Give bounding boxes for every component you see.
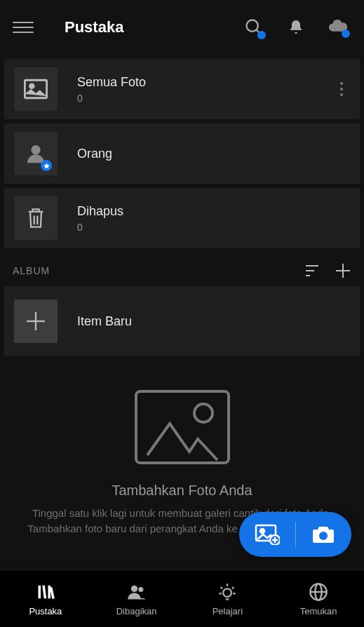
item-title: Item Baru <box>77 314 132 329</box>
placeholder-image-icon <box>133 389 231 466</box>
image-icon <box>14 67 58 111</box>
nav-label: Pelajari <box>213 606 243 616</box>
nav-label: Pustaka <box>29 606 62 616</box>
library-icon <box>36 582 55 602</box>
item-count: 0 <box>77 93 333 104</box>
deleted-item[interactable]: Dihapus 0 <box>4 188 360 248</box>
trash-icon <box>14 196 58 240</box>
nav-discover[interactable]: Temukan <box>273 571 364 627</box>
people-icon <box>127 582 147 602</box>
camera-button[interactable] <box>296 512 352 557</box>
all-photos-item[interactable]: Semua Foto 0 <box>4 59 360 119</box>
page-title: Pustaka <box>65 18 235 36</box>
svg-line-27 <box>232 587 234 588</box>
sort-icon[interactable] <box>305 262 322 279</box>
nav-label: Dibagikan <box>116 606 157 616</box>
app-header: Pustaka <box>0 0 364 55</box>
add-album-icon[interactable] <box>335 262 351 279</box>
item-title: Orang <box>77 147 350 161</box>
nav-library[interactable]: Pustaka <box>0 571 91 627</box>
item-title: Dihapus <box>77 204 350 219</box>
svg-point-0 <box>247 20 258 32</box>
svg-point-17 <box>260 529 264 533</box>
search-icon[interactable] <box>243 17 264 38</box>
svg-point-21 <box>319 532 328 540</box>
svg-point-4 <box>31 145 40 154</box>
svg-point-23 <box>138 587 143 592</box>
bell-icon[interactable] <box>285 17 306 38</box>
nav-learn[interactable]: Pelajari <box>182 571 274 627</box>
add-photo-fab[interactable] <box>239 512 351 557</box>
plus-icon <box>14 299 58 343</box>
new-album-item[interactable]: Item Baru <box>4 286 360 356</box>
add-from-gallery-button[interactable] <box>239 512 295 557</box>
svg-point-22 <box>130 585 137 591</box>
library-list: Semua Foto 0 Orang Dihapus 0 <box>0 55 364 252</box>
svg-point-24 <box>224 588 232 597</box>
svg-point-3 <box>30 84 34 88</box>
item-count: 0 <box>77 222 350 233</box>
lightbulb-icon <box>217 582 237 602</box>
svg-point-15 <box>194 404 213 422</box>
section-label: ALBUM <box>13 265 292 276</box>
nav-shared[interactable]: Dibagikan <box>91 571 182 627</box>
bottom-nav: Pustaka Dibagikan Pelajari Temukan <box>0 571 364 627</box>
svg-line-26 <box>221 587 222 588</box>
album-section-header: ALBUM <box>0 252 364 286</box>
nav-label: Temukan <box>300 606 337 616</box>
empty-title: Tambahkan Foto Anda <box>14 483 350 499</box>
menu-icon[interactable] <box>13 17 34 38</box>
person-icon <box>14 132 58 175</box>
people-item[interactable]: Orang <box>4 123 360 184</box>
item-title: Semua Foto <box>77 75 333 90</box>
globe-icon <box>309 582 328 602</box>
more-icon[interactable] <box>333 82 350 96</box>
cloud-icon[interactable] <box>328 17 349 38</box>
